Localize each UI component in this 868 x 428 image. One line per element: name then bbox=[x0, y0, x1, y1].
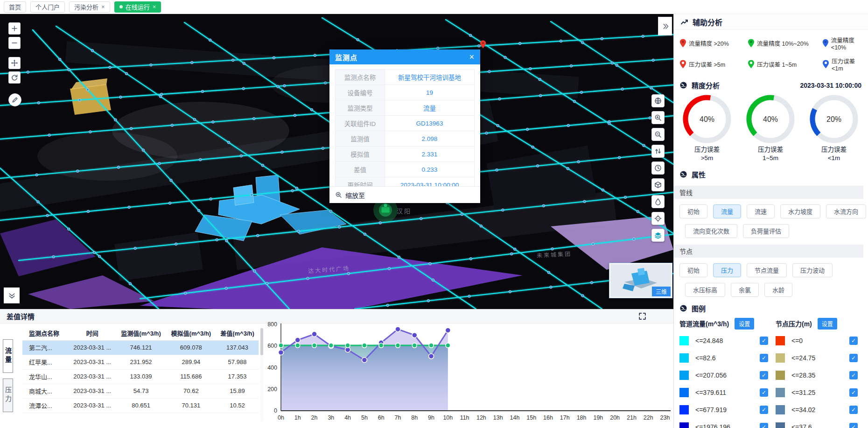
table-row[interactable]: 流潭公...2023-03-31 ...80.65170.13110.52 bbox=[22, 398, 259, 413]
settings-button[interactable]: 设置 bbox=[735, 318, 754, 330]
table-row[interactable]: 龙华山...2023-03-31 ...133.039115.68617.353 bbox=[22, 369, 259, 384]
close-tab-icon[interactable]: × bbox=[153, 3, 156, 10]
close-icon[interactable]: × bbox=[469, 53, 475, 61]
legend-item: <=37.6✓ bbox=[776, 419, 865, 428]
field-value: GD13963 bbox=[385, 116, 475, 131]
pipe-node bbox=[496, 169, 498, 172]
attr-button-余氯[interactable]: 余氯 bbox=[731, 283, 759, 297]
svg-text:4h: 4h bbox=[344, 414, 351, 421]
pan-icon bbox=[11, 59, 18, 67]
pipe-node bbox=[27, 71, 29, 74]
pipe-node bbox=[250, 194, 253, 196]
map-3d-view[interactable]: 汉阳 达大时代广场 未来城集团 三维 监测点 × 监测点名称新星驾校干河培训基地… bbox=[0, 14, 673, 309]
pen-icon bbox=[11, 96, 19, 104]
pipe-node bbox=[357, 38, 359, 41]
legend-item: <=0✓ bbox=[776, 332, 865, 350]
zoom-to-button[interactable]: 缩放至 bbox=[329, 186, 480, 203]
attr-button-流向变化次数[interactable]: 流向变化次数 bbox=[685, 224, 737, 238]
gauge-label: 压力误差<1m bbox=[803, 146, 865, 162]
attr-button-流量[interactable]: 流量 bbox=[713, 204, 741, 218]
attr-button-流速[interactable]: 流速 bbox=[747, 204, 775, 218]
pipe-node bbox=[324, 82, 327, 84]
legend-item-label: <=28.35 bbox=[791, 372, 849, 379]
field-label: 关联组件ID bbox=[336, 116, 385, 131]
attr-button-负荷量评估[interactable]: 负荷量评估 bbox=[743, 224, 789, 238]
clock-button[interactable] bbox=[651, 161, 665, 175]
zoom-in-button[interactable] bbox=[651, 111, 665, 124]
table-cell: 流潭公... bbox=[22, 398, 69, 413]
attr-button-水龄[interactable]: 水龄 bbox=[764, 283, 792, 297]
legend-checkbox[interactable]: ✓ bbox=[849, 388, 858, 397]
fullscreen-icon[interactable] bbox=[638, 312, 646, 320]
settings-button[interactable]: 设置 bbox=[818, 318, 837, 330]
pipe-node bbox=[567, 167, 569, 170]
tab-首页[interactable]: 首页 bbox=[4, 1, 26, 13]
pipe-node bbox=[468, 295, 471, 298]
bottom-collapse-button[interactable] bbox=[4, 288, 20, 303]
pipe-node bbox=[509, 290, 511, 293]
legend-checkbox[interactable]: ✓ bbox=[760, 337, 768, 345]
attr-button-水压标高[interactable]: 水压标高 bbox=[685, 283, 725, 297]
zoom-out-button[interactable] bbox=[651, 128, 665, 141]
map-pin-icon bbox=[748, 39, 755, 48]
legend-checkbox[interactable]: ✓ bbox=[760, 371, 768, 379]
field-label: 更新时间 bbox=[336, 177, 385, 187]
table-row[interactable]: 商城大...2023-03-31 ...54.7370.6215.89 bbox=[22, 384, 259, 398]
table-row[interactable]: 第二汽...2023-03-31 ...746.121609.078137.04… bbox=[22, 340, 259, 355]
legend-checkbox[interactable]: ✓ bbox=[760, 423, 768, 428]
swap-vertical-button[interactable] bbox=[651, 145, 665, 158]
dialog-field-row: 关联组件IDGD13963 bbox=[336, 116, 475, 131]
globe-button[interactable] bbox=[651, 94, 665, 107]
minimap[interactable]: 三维 bbox=[609, 263, 672, 298]
attr-button-初始[interactable]: 初始 bbox=[679, 263, 707, 277]
pin-legend-label: 流量精度 <10% bbox=[831, 35, 868, 51]
table-cell: 231.952 bbox=[116, 355, 166, 369]
field-value: 2023-03-31 10:00:00 bbox=[385, 177, 475, 187]
bottom-tab-流量[interactable]: 流量 bbox=[3, 339, 13, 373]
legend-checkbox[interactable]: ✓ bbox=[760, 388, 768, 397]
legend-checkbox[interactable]: ✓ bbox=[849, 337, 858, 345]
attr-button-初始[interactable]: 初始 bbox=[679, 204, 707, 218]
cube-button[interactable] bbox=[651, 178, 665, 191]
pipe-node bbox=[109, 66, 112, 69]
svg-text:15h: 15h bbox=[526, 414, 536, 421]
tab-个人门户[interactable]: 个人门户 bbox=[30, 1, 65, 13]
legend-checkbox[interactable]: ✓ bbox=[760, 406, 768, 414]
water-drop-button[interactable] bbox=[651, 195, 665, 208]
minus-button[interactable] bbox=[8, 37, 21, 49]
attr-button-水流方向[interactable]: 水流方向 bbox=[826, 204, 866, 218]
close-tab-icon[interactable]: × bbox=[101, 3, 105, 10]
pipe-node bbox=[159, 95, 162, 98]
attr-button-水力坡度[interactable]: 水力坡度 bbox=[780, 204, 820, 218]
legend-item: <=1976.196✓ bbox=[679, 419, 776, 428]
field-value: 2.331 bbox=[385, 147, 475, 162]
pan-button[interactable] bbox=[8, 57, 21, 69]
attr-button-压力波动[interactable]: 压力波动 bbox=[792, 263, 833, 277]
table-row[interactable]: 红苹果...2023-03-31 ...231.952289.9457.988 bbox=[22, 355, 259, 369]
panel-expand-button[interactable] bbox=[658, 17, 672, 35]
attr-button-节点流量[interactable]: 节点流量 bbox=[747, 263, 787, 277]
pipe-node bbox=[212, 121, 215, 124]
minimap-3d-button[interactable]: 三维 bbox=[652, 287, 671, 296]
legend-checkbox[interactable]: ✓ bbox=[760, 354, 768, 362]
legend-checkbox[interactable]: ✓ bbox=[849, 406, 858, 414]
bottom-tab-压力[interactable]: 压力 bbox=[3, 379, 13, 412]
layers-button[interactable] bbox=[651, 229, 665, 242]
pen-button[interactable] bbox=[8, 93, 21, 106]
locate-icon bbox=[654, 215, 662, 222]
attr-button-压力[interactable]: 压力 bbox=[713, 263, 741, 277]
legend-checkbox[interactable]: ✓ bbox=[849, 423, 858, 428]
pipe-node bbox=[497, 124, 499, 127]
svg-text:1h: 1h bbox=[294, 414, 301, 421]
plus-button[interactable] bbox=[8, 22, 21, 35]
map-pin-icon bbox=[748, 60, 755, 69]
locate-button[interactable] bbox=[651, 212, 665, 225]
gauge-dashboard-icon bbox=[679, 81, 687, 89]
legend-checkbox[interactable]: ✓ bbox=[849, 354, 858, 362]
tab-在线运行[interactable]: 在线运行× bbox=[114, 1, 161, 13]
legend-checkbox[interactable]: ✓ bbox=[849, 371, 858, 379]
rotate-button[interactable] bbox=[8, 71, 21, 84]
tab-污染分析[interactable]: 污染分析× bbox=[69, 1, 110, 13]
line-chart: 02004006008000h1h2h3h4h5h6h7h8h9h10h11h1… bbox=[262, 320, 672, 426]
legend-column-header: 管道流量(m^3/h) bbox=[679, 319, 729, 328]
